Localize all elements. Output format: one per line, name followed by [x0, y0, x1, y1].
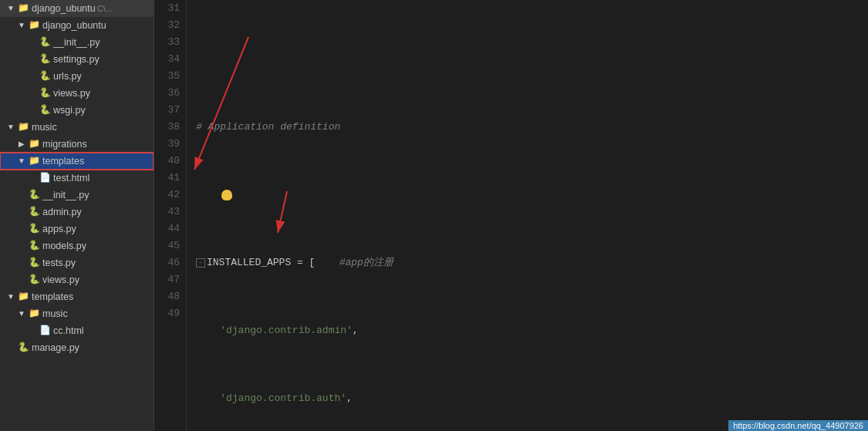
sidebar-item-label: django_ubuntu [42, 20, 106, 31]
folder-icon: 📁 [28, 19, 40, 32]
code-token: 'django.contrib.admin' [220, 322, 353, 339]
py-file-icon: 🐍 [28, 257, 40, 269]
sidebar-item-label: cc.html [53, 325, 84, 336]
sidebar-item-templates-music[interactable]: 📁 templates [0, 153, 154, 170]
folder-icon: 📁 [17, 2, 29, 15]
sidebar-item-models-py[interactable]: 🐍 models.py [0, 237, 154, 254]
sidebar-item-templates-root[interactable]: 📁 templates [0, 288, 154, 305]
expand-arrow [17, 140, 26, 149]
sidebar-item-label: __init__.py [42, 190, 89, 200]
sidebar-item-apps-py[interactable]: 🐍 apps.py [0, 221, 154, 237]
sidebar-item-views-py-2[interactable]: 🐍 views.py [0, 271, 154, 288]
fold-icon[interactable]: - [196, 258, 205, 268]
line-num-31: 31 [154, 0, 180, 17]
line-num-34: 34 [154, 51, 180, 68]
code-line-32 [196, 187, 868, 204]
sidebar-item-urls-py[interactable]: 🐍 urls.py [0, 68, 154, 85]
sidebar-item-label: music [42, 308, 68, 319]
sidebar-item-settings-py[interactable]: 🐍 settings.py [0, 51, 154, 68]
line-num-46: 46 [154, 254, 180, 271]
py-file-icon: 🐍 [39, 53, 51, 66]
py-file-icon: 🐍 [28, 274, 40, 286]
sidebar-item-label: django_ubuntu [32, 3, 96, 14]
sidebar-item-django-ubuntu-folder[interactable]: 📁 django_ubuntu [0, 17, 154, 34]
path-hint: C\... [97, 4, 113, 13]
line-num-41: 41 [154, 170, 180, 187]
expand-arrow [17, 21, 26, 30]
py-file-icon: 🐍 [39, 104, 51, 116]
line-num-38: 38 [154, 119, 180, 136]
py-file-icon: 🐍 [39, 70, 51, 82]
code-line-31: # Application definition [196, 119, 868, 136]
sidebar-item-music[interactable]: 📁 music [0, 119, 154, 136]
line-num-48: 48 [154, 288, 180, 305]
html-file-icon: 📄 [39, 172, 51, 184]
sidebar-item-label: apps.py [42, 224, 76, 234]
sidebar-item-django-ubuntu-root[interactable]: 📁 django_ubuntu C\... [0, 0, 154, 17]
sidebar-item-label: urls.py [53, 71, 82, 82]
line-num-39: 39 [154, 136, 180, 153]
sidebar-item-tests-py[interactable]: 🐍 tests.py [0, 254, 154, 271]
sidebar-item-label: __init__.py [53, 37, 100, 48]
folder-icon: 📁 [28, 155, 40, 167]
line-num-36: 36 [154, 85, 180, 102]
code-token: INSTALLED_APPS = [ [207, 254, 315, 271]
file-tree[interactable]: 📁 django_ubuntu C\... 📁 django_ubuntu 🐍 … [0, 0, 154, 431]
py-file-icon: 🐍 [39, 87, 51, 99]
sidebar-item-label: test.html [53, 173, 90, 184]
expand-arrow [6, 4, 15, 13]
folder-icon: 📁 [28, 308, 40, 320]
code-content[interactable]: # Application definition - INSTALLED_APP… [187, 0, 868, 431]
sidebar-item-label: templates [42, 156, 84, 167]
sidebar-item-views-py-1[interactable]: 🐍 views.py [0, 85, 154, 102]
sidebar-item-manage-py[interactable]: 🐍 manage.py [0, 339, 154, 356]
sidebar-item-label: admin.py [42, 207, 82, 217]
sidebar-item-label: views.py [42, 274, 79, 285]
code-token: , [353, 322, 359, 339]
py-file-icon: 🐍 [28, 189, 40, 201]
sidebar-item-label: settings.py [53, 54, 100, 65]
code-token: # Application definition [196, 119, 340, 136]
sidebar-item-admin-py[interactable]: 🐍 admin.py [0, 204, 154, 221]
line-num-37: 37 [154, 102, 180, 119]
line-num-35: 35 [154, 68, 180, 85]
svg-line-1 [194, 37, 248, 170]
sidebar-item-label: wsgi.py [53, 105, 86, 116]
line-num-44: 44 [154, 221, 180, 237]
sidebar-item-init-py-1[interactable]: 🐍 __init__.py [0, 34, 154, 51]
py-file-icon: 🐍 [28, 206, 40, 218]
bulb-icon [221, 190, 232, 200]
code-token [196, 322, 220, 339]
expand-arrow [17, 309, 26, 318]
sidebar-item-label: tests.py [42, 258, 76, 268]
sidebar-item-init-py-2[interactable]: 🐍 __init__.py [0, 187, 154, 204]
line-num-40: 40 [154, 153, 180, 170]
expand-arrow [17, 157, 26, 166]
url-bar: https://blog.csdn.net/qq_44907926 [728, 420, 868, 431]
code-line-33: - INSTALLED_APPS = [ #app的注册 [196, 254, 868, 271]
code-line-35: 'django.contrib.auth' , [196, 390, 868, 407]
code-line-34: 'django.contrib.admin' , [196, 322, 868, 339]
code-token [196, 187, 220, 204]
sidebar-item-cc-html[interactable]: 📄 cc.html [0, 322, 154, 339]
sidebar-item-label: music [32, 122, 57, 133]
py-file-icon: 🐍 [28, 240, 40, 252]
sidebar-item-music-sub[interactable]: 📁 music [0, 305, 154, 322]
html-file-icon: 📄 [39, 325, 51, 337]
sidebar-item-migrations[interactable]: 📁 migrations [0, 136, 154, 153]
line-num-49: 49 [154, 305, 180, 322]
sidebar-item-label: models.py [42, 241, 86, 251]
sidebar-item-wsgi-py[interactable]: 🐍 wsgi.py [0, 102, 154, 119]
code-token [196, 390, 220, 407]
code-token: , [346, 390, 353, 407]
code-editor: 31 32 33 34 35 36 37 38 39 40 41 42 43 4… [154, 0, 868, 431]
line-num-33: 33 [154, 34, 180, 51]
expand-arrow [6, 123, 15, 132]
sidebar-item-test-html[interactable]: 📄 test.html [0, 170, 154, 187]
sidebar-item-label: views.py [53, 88, 90, 99]
py-file-icon: 🐍 [39, 36, 51, 49]
py-file-icon: 🐍 [28, 223, 40, 235]
expand-arrow [6, 292, 15, 301]
sidebar-item-label: templates [32, 291, 73, 302]
sidebar-item-label: manage.py [32, 342, 79, 353]
